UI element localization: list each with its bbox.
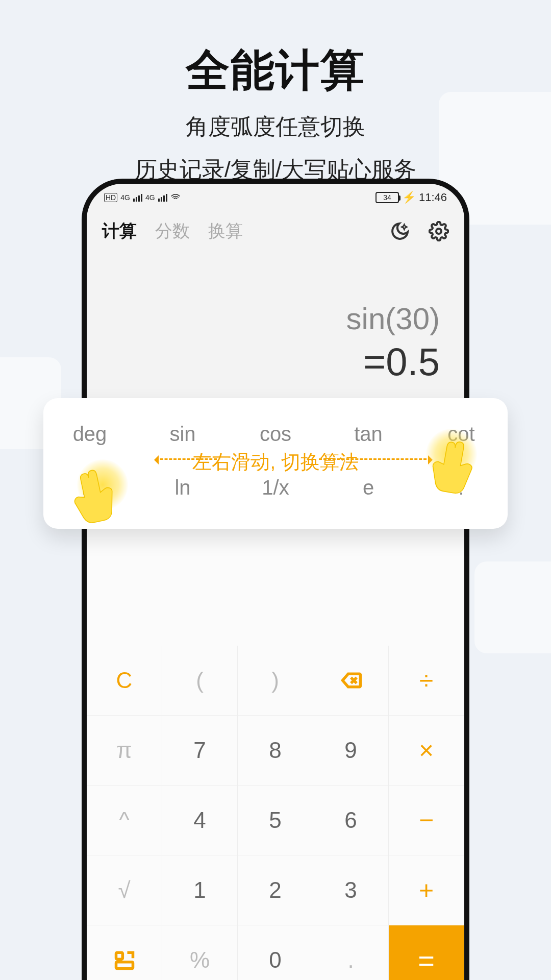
key-minus[interactable]: − bbox=[389, 786, 464, 855]
key-6[interactable]: 6 bbox=[313, 786, 389, 855]
svg-point-0 bbox=[436, 229, 441, 234]
key-clear[interactable]: C bbox=[87, 646, 162, 716]
key-percent[interactable]: % bbox=[162, 925, 238, 980]
svg-rect-5 bbox=[116, 962, 133, 969]
key-8[interactable]: 8 bbox=[238, 716, 313, 786]
night-mode-icon[interactable] bbox=[390, 221, 410, 241]
key-plus[interactable]: + bbox=[389, 855, 464, 925]
tab-convert[interactable]: 换算 bbox=[208, 219, 243, 243]
key-3[interactable]: 3 bbox=[313, 855, 389, 925]
display-result: =0.5 bbox=[111, 339, 440, 384]
key-lparen[interactable]: ( bbox=[162, 646, 238, 716]
sci-deg[interactable]: deg bbox=[43, 407, 136, 461]
settings-icon[interactable] bbox=[429, 221, 449, 241]
sci-cos[interactable]: cos bbox=[229, 407, 322, 461]
status-bar: HD 4G 4G 34 ⚡ 11:46 bbox=[87, 184, 464, 207]
sci-ln[interactable]: ln bbox=[136, 461, 229, 514]
display: sin(30) =0.5 bbox=[87, 255, 464, 394]
key-2[interactable]: 2 bbox=[238, 855, 313, 925]
tab-fraction[interactable]: 分数 bbox=[155, 219, 190, 243]
key-4[interactable]: 4 bbox=[162, 786, 238, 855]
key-1[interactable]: 1 bbox=[162, 855, 238, 925]
key-0[interactable]: 0 bbox=[238, 925, 313, 980]
keypad: C ( ) ÷ π 7 8 9 × ^ 4 5 6 − √ 1 2 3 + % … bbox=[87, 505, 464, 980]
key-rparen[interactable]: ) bbox=[238, 646, 313, 716]
key-backspace[interactable] bbox=[313, 646, 389, 716]
key-sqrt[interactable]: √ bbox=[87, 855, 162, 925]
key-equals[interactable]: = bbox=[389, 925, 464, 980]
sci-recip[interactable]: 1/x bbox=[229, 461, 322, 514]
svg-rect-4 bbox=[116, 952, 122, 959]
key-pi[interactable]: π bbox=[87, 716, 162, 786]
tab-calc[interactable]: 计算 bbox=[102, 219, 137, 243]
key-divide[interactable]: ÷ bbox=[389, 646, 464, 716]
sci-tan[interactable]: tan bbox=[322, 407, 415, 461]
key-power[interactable]: ^ bbox=[87, 786, 162, 855]
sci-panel: deg sin cos tan cot lg ln 1/x e ! 左右滑动, … bbox=[43, 398, 508, 529]
sci-lg[interactable]: lg bbox=[43, 461, 136, 514]
status-battery: 34 ⚡ 11:46 bbox=[375, 191, 447, 204]
swipe-arrow-left-icon bbox=[156, 458, 217, 460]
app-header: 计算 分数 换算 bbox=[87, 207, 464, 255]
sci-cot[interactable]: cot bbox=[415, 407, 508, 461]
sci-sin[interactable]: sin bbox=[136, 407, 229, 461]
bg-decor bbox=[474, 561, 551, 653]
key-5[interactable]: 5 bbox=[238, 786, 313, 855]
swipe-arrow-right-icon bbox=[319, 458, 431, 460]
key-mode[interactable] bbox=[87, 925, 162, 980]
status-signal: HD 4G 4G bbox=[104, 192, 181, 203]
key-9[interactable]: 9 bbox=[313, 716, 389, 786]
display-expression: sin(30) bbox=[111, 301, 440, 336]
phone-frame: HD 4G 4G 34 ⚡ 11:46 计算 分数 换算 sin(30) =0.… bbox=[82, 179, 469, 980]
key-multiply[interactable]: × bbox=[389, 716, 464, 786]
sci-fact[interactable]: ! bbox=[415, 461, 508, 514]
key-7[interactable]: 7 bbox=[162, 716, 238, 786]
sci-e[interactable]: e bbox=[322, 461, 415, 514]
key-dot[interactable]: . bbox=[313, 925, 389, 980]
